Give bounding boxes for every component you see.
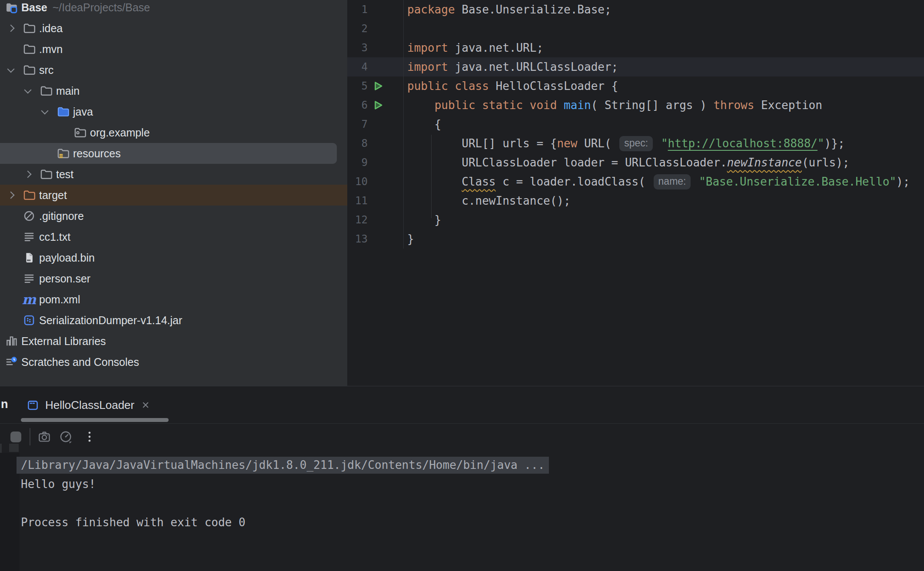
- code-line-9[interactable]: 9 URLClassLoader loader = URLClassLoader…: [347, 153, 924, 172]
- project-root-path: ~/IdeaProjects/Base: [53, 1, 150, 13]
- line-number: 13: [347, 233, 368, 245]
- run-toolwindow-label[interactable]: n: [1, 398, 8, 411]
- code-text: Class c = loader.loadClass( name: "Base.…: [403, 172, 924, 191]
- chevron-right-icon[interactable]: [7, 25, 15, 32]
- tree-item-label: target: [39, 189, 67, 202]
- code-text: URLClassLoader loader = URLClassLoader.n…: [403, 153, 924, 172]
- folder-icon: [23, 22, 35, 34]
- line-number: 9: [347, 156, 368, 169]
- tree-item-java[interactable]: java: [0, 101, 347, 122]
- run-line-icon[interactable]: [372, 80, 384, 92]
- stop-button[interactable]: [10, 432, 21, 442]
- code-line-12[interactable]: 12 }: [347, 210, 924, 229]
- console-output: /Library/Java/JavaVirtualMachines/jdk1.8…: [21, 455, 924, 532]
- code-line-2[interactable]: 2: [347, 19, 924, 38]
- code-text: }: [403, 210, 924, 229]
- console-gutter-decoration: [9, 444, 19, 452]
- code-text: URL[] urls = {new URL( spec: "http://loc…: [403, 134, 924, 153]
- run-console[interactable]: /Library/Java/JavaVirtualMachines/jdk1.8…: [0, 453, 924, 571]
- code-text: public class HelloClassLoader {: [403, 76, 924, 96]
- tree-item-test[interactable]: test: [0, 164, 347, 185]
- tree-item-payload-bin[interactable]: payload.bin: [0, 247, 347, 268]
- line-number: 8: [347, 137, 368, 149]
- tree-item-mvn[interactable]: .mvn: [0, 39, 347, 60]
- indent-guide: [431, 135, 432, 218]
- tree-item-label: java: [73, 106, 93, 118]
- tree-item-cc1-txt[interactable]: cc1.txt: [0, 226, 347, 247]
- scratches-icon: [5, 356, 17, 368]
- code-line-10[interactable]: 10 Class c = loader.loadClass( name: "Ba…: [347, 172, 924, 191]
- folder-icon: [40, 85, 52, 97]
- tree-item-label: test: [56, 168, 73, 181]
- close-icon[interactable]: [141, 400, 150, 410]
- code-text: {: [403, 115, 924, 134]
- tree-item-label: payload.bin: [39, 252, 95, 264]
- tree-item-src[interactable]: src: [0, 60, 347, 80]
- code-line-7[interactable]: 7 {: [347, 115, 924, 134]
- text-file-icon: [23, 272, 35, 285]
- tree-item-label: .idea: [39, 22, 63, 35]
- tree-item-target[interactable]: target: [0, 185, 347, 206]
- run-tab-icon: [27, 399, 39, 411]
- package-icon: [74, 126, 86, 139]
- chevron-right-icon[interactable]: [7, 192, 15, 199]
- tree-item-scratches-and-consoles[interactable]: Scratches and Consoles: [0, 352, 347, 372]
- libraries-icon: [5, 335, 17, 347]
- line-number: 5: [347, 80, 368, 92]
- tree-item-idea[interactable]: .idea: [0, 18, 347, 39]
- ignored-icon: [23, 210, 35, 222]
- code-editor[interactable]: 1package Base.Unserialize.Base;23import …: [347, 0, 924, 386]
- tree-item-root[interactable]: Base~/IdeaProjects/Base: [0, 0, 347, 18]
- run-line-icon[interactable]: [372, 100, 384, 111]
- code-line-5[interactable]: 5public class HelloClassLoader {: [347, 76, 924, 96]
- tree-item-person-ser[interactable]: person.ser: [0, 268, 347, 289]
- tree-item-label: .gitignore: [39, 210, 84, 222]
- tree-item-label: Base~/IdeaProjects/Base: [21, 1, 150, 14]
- tree-item-label: pom.xml: [39, 293, 80, 306]
- chevron-down-icon[interactable]: [7, 66, 15, 73]
- tree-item-gitignore[interactable]: .gitignore: [0, 206, 347, 226]
- chevron-right-icon[interactable]: [24, 171, 32, 178]
- tree-item-label: SerializationDumper-v1.14.jar: [39, 314, 182, 327]
- thread-dump-camera-icon[interactable]: [37, 430, 51, 444]
- jar-icon: [23, 314, 35, 326]
- code-line-4[interactable]: 4import java.net.URLClassLoader;: [347, 57, 924, 76]
- tree-item-org-example[interactable]: org.example: [0, 122, 347, 143]
- line-number: 3: [347, 42, 368, 54]
- code-line-11[interactable]: 11 c.newInstance();: [347, 191, 924, 210]
- code-text: import java.net.URL;: [403, 38, 924, 57]
- code-line-8[interactable]: 8 URL[] urls = {new URL( spec: "http://l…: [347, 134, 924, 153]
- code-text: }: [403, 229, 924, 249]
- chevron-down-icon[interactable]: [41, 107, 49, 115]
- folder-icon: [23, 43, 35, 55]
- chevron-down-icon[interactable]: [24, 86, 32, 94]
- code-text: c.newInstance();: [403, 191, 924, 210]
- tree-item-label: .mvn: [39, 43, 63, 56]
- line-number: 7: [347, 118, 368, 130]
- tree-item-serializationdumper-v1-14-jar[interactable]: SerializationDumper-v1.14.jar: [0, 310, 347, 331]
- more-kebab-icon[interactable]: [83, 430, 96, 444]
- maven-icon: m: [23, 293, 35, 305]
- run-tool-window: n HelloClassLoader: [0, 386, 924, 571]
- tree-item-pom-xml[interactable]: mpom.xml: [0, 289, 347, 310]
- tree-item-main[interactable]: main: [0, 80, 347, 101]
- code-line-13[interactable]: 13}: [347, 229, 924, 249]
- run-toolbar: [0, 424, 924, 453]
- run-tab-strip: n HelloClassLoader: [0, 386, 924, 424]
- code-line-6[interactable]: 6 public static void main( String[] args…: [347, 96, 924, 115]
- line-number: 11: [347, 195, 368, 207]
- tree-item-external-libraries[interactable]: External Libraries: [0, 331, 347, 352]
- code-line-1[interactable]: 1package Base.Unserialize.Base;: [347, 0, 924, 19]
- tree-item-resources[interactable]: resources: [0, 143, 337, 164]
- tab-strip-scroll-thumb[interactable]: [21, 418, 169, 422]
- tree-item-label: main: [56, 85, 80, 97]
- project-tree: Base~/IdeaProjects/Base.idea.mvnsrcmainj…: [0, 0, 347, 372]
- tree-item-label: resources: [73, 147, 121, 160]
- line-number: 4: [347, 61, 368, 73]
- code-line-3[interactable]: 3import java.net.URL;: [347, 38, 924, 57]
- project-root-name: Base: [21, 1, 47, 13]
- profiler-gauge-icon[interactable]: [59, 430, 73, 444]
- tree-item-label: Scratches and Consoles: [21, 356, 139, 368]
- inlay-hint: spec:: [619, 136, 653, 151]
- run-tab-label: HelloClassLoader: [45, 398, 134, 412]
